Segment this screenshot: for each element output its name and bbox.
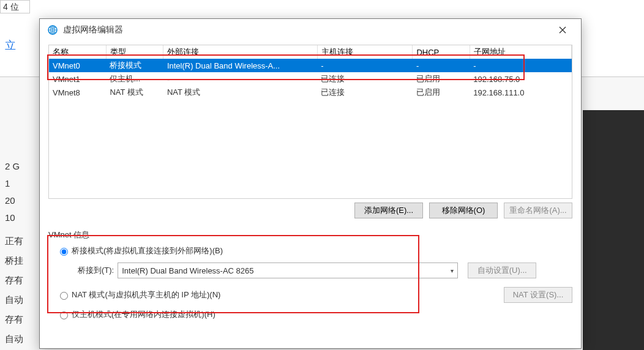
cell-type: NAT 模式 (106, 86, 163, 99)
cell-name: VMnet0 (49, 59, 106, 72)
cell-ext: - (163, 72, 317, 86)
cell-host: 已连接 (317, 86, 413, 99)
cell-type: 仅主机... (106, 72, 163, 86)
cell-ext: NAT 模式 (163, 86, 317, 99)
auto-settings-button[interactable]: 自动设置(U)... (468, 262, 536, 278)
bg-line-9: 自动 (5, 330, 23, 348)
bg-link: 立 (5, 37, 16, 54)
bg-strip: 4 位 (0, 0, 30, 13)
radio-hostonly-label: 仅主机模式(在专用网络内连接虚拟机)(H) (72, 309, 215, 320)
table-row[interactable]: VMnet8NAT 模式NAT 模式已连接已启用192.168.111.0 (49, 86, 572, 99)
bg-line-6: 存有 (5, 272, 23, 289)
bg-line-3: 10 (5, 209, 15, 226)
rename-network-button[interactable]: 重命名网络(A)... (504, 203, 572, 218)
col-subnet[interactable]: 子网地址 (470, 45, 571, 59)
cell-name: VMnet8 (49, 86, 106, 99)
col-dhcp[interactable]: DHCP (413, 45, 470, 59)
radio-bridge-label: 桥接模式(将虚拟机直接连接到外部网络)(B) (72, 245, 223, 256)
bridge-to-label: 桥接到(T): (78, 265, 114, 276)
table-row[interactable]: VMnet1仅主机...-已连接已启用192.168.75.0 (49, 72, 572, 86)
network-table[interactable]: 名称 类型 外部连接 主机连接 DHCP 子网地址 VMnet0桥接模式Inte… (48, 45, 572, 199)
table-header-row: 名称 类型 外部连接 主机连接 DHCP 子网地址 (49, 45, 572, 59)
col-external[interactable]: 外部连接 (163, 45, 317, 59)
cell-subnet: 192.168.75.0 (470, 72, 571, 86)
nat-settings-button[interactable]: NAT 设置(S)... (504, 287, 572, 303)
cell-subnet: 192.168.111.0 (470, 86, 571, 99)
cell-name: VMnet1 (49, 72, 106, 86)
radio-nat-row[interactable]: NAT 模式(与虚拟机共享主机的 IP 地址)(N) NAT 设置(S)... (57, 287, 572, 303)
close-button[interactable] (550, 21, 575, 39)
bg-line-1: 1 (5, 175, 10, 192)
titlebar: 虚拟网络编辑器 (40, 19, 581, 41)
radio-nat-label: NAT 模式(与虚拟机共享主机的 IP 地址)(N) (72, 289, 220, 300)
cell-dhcp: 已启用 (413, 72, 470, 86)
remove-network-button[interactable]: 移除网络(O) (429, 203, 498, 218)
globe-icon (47, 24, 58, 35)
radio-hostonly-row[interactable]: 仅主机模式(在专用网络内连接虚拟机)(H) (57, 309, 572, 320)
table-row[interactable]: VMnet0桥接模式Intel(R) Dual Band Wireless-A.… (49, 59, 572, 72)
bg-line-8: 存有 (5, 311, 23, 328)
bridge-adapter-value: Intel(R) Dual Band Wireless-AC 8265 (122, 266, 253, 275)
cell-host: - (317, 59, 413, 72)
bg-line-5: 桥挂 (5, 252, 23, 269)
radio-bridge-row[interactable]: 桥接模式(将虚拟机直接连接到外部网络)(B) (57, 245, 572, 256)
radio-hostonly[interactable] (60, 311, 68, 319)
add-network-button[interactable]: 添加网络(E)... (354, 203, 423, 218)
radio-bridge[interactable] (60, 248, 68, 256)
chevron-down-icon: ▾ (451, 267, 454, 274)
bg-line-2: 20 (5, 192, 15, 209)
bridge-adapter-select[interactable]: Intel(R) Dual Band Wireless-AC 8265 ▾ (118, 262, 458, 278)
bg-line-0: 2 G (5, 158, 20, 175)
col-type[interactable]: 类型 (106, 45, 163, 59)
cell-ext: Intel(R) Dual Band Wireless-A... (163, 59, 317, 72)
vmnet-info-group: VMnet 信息 桥接模式(将虚拟机直接连接到外部网络)(B) 桥接到(T): … (48, 229, 572, 320)
dialog-virtual-network-editor: 虚拟网络编辑器 名称 类型 外部连接 主机连接 DHCP 子网地址 VMnet0… (39, 18, 582, 349)
col-name[interactable]: 名称 (49, 45, 106, 59)
cell-type: 桥接模式 (106, 59, 163, 72)
bg-line-7: 自动 (5, 291, 23, 308)
cell-dhcp: 已启用 (413, 86, 470, 99)
bg-line-4: 正有 (5, 233, 23, 250)
dialog-title: 虚拟网络编辑器 (63, 24, 550, 35)
cell-dhcp: - (413, 59, 470, 72)
radio-nat[interactable] (60, 292, 68, 300)
col-host[interactable]: 主机连接 (317, 45, 413, 59)
cell-host: 已连接 (317, 72, 413, 86)
cell-subnet: - (470, 59, 571, 72)
vmnet-info-legend: VMnet 信息 (48, 229, 572, 240)
